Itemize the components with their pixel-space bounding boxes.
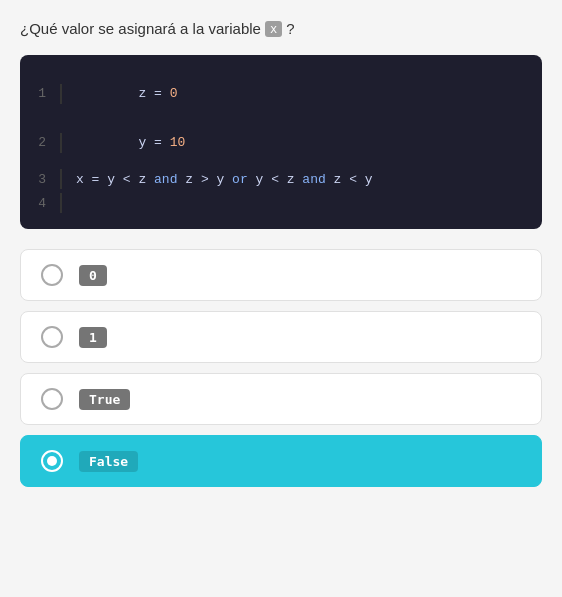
code-line-2: 2 y = 10 xyxy=(20,118,542,167)
options-list: 0 1 True False xyxy=(20,249,542,487)
radio-inner-3 xyxy=(47,456,57,466)
question-text-before: ¿Qué valor se asignará a la variable xyxy=(20,20,261,37)
code-content-1: z = 0 xyxy=(76,71,177,116)
line-number-3: 3 xyxy=(20,172,60,187)
code-line-1: 1 z = 0 xyxy=(20,69,542,118)
option-label-1: 1 xyxy=(79,327,107,348)
option-0[interactable]: 0 xyxy=(20,249,542,301)
line-sep-4 xyxy=(60,193,62,213)
line-sep-1 xyxy=(60,84,62,104)
line-number-2: 2 xyxy=(20,135,60,150)
radio-3[interactable] xyxy=(41,450,63,472)
option-label-3: False xyxy=(79,451,138,472)
radio-2[interactable] xyxy=(41,388,63,410)
line-sep-3 xyxy=(60,169,62,189)
option-1[interactable]: 1 xyxy=(20,311,542,363)
code-content-3: x = y < z and z > y or y < z and z < y xyxy=(76,172,373,187)
line-number-4: 4 xyxy=(20,196,60,211)
option-3[interactable]: False xyxy=(20,435,542,487)
code-content-2: y = 10 xyxy=(76,120,185,165)
option-label-0: 0 xyxy=(79,265,107,286)
code-line-3: 3 x = y < z and z > y or y < z and z < y xyxy=(20,167,542,191)
radio-0[interactable] xyxy=(41,264,63,286)
question-text: ¿Qué valor se asignará a la variable x ? xyxy=(20,20,542,37)
radio-1[interactable] xyxy=(41,326,63,348)
question-container: ¿Qué valor se asignará a la variable x ?… xyxy=(20,20,542,487)
option-2[interactable]: True xyxy=(20,373,542,425)
line-number-1: 1 xyxy=(20,86,60,101)
code-block: 1 z = 0 2 y = 10 3 x = y < z and z > y o… xyxy=(20,55,542,229)
code-content-4 xyxy=(76,196,84,211)
question-text-after: ? xyxy=(286,20,294,37)
option-label-2: True xyxy=(79,389,130,410)
line-sep-2 xyxy=(60,133,62,153)
code-line-4: 4 xyxy=(20,191,542,215)
variable-badge: x xyxy=(265,21,282,37)
